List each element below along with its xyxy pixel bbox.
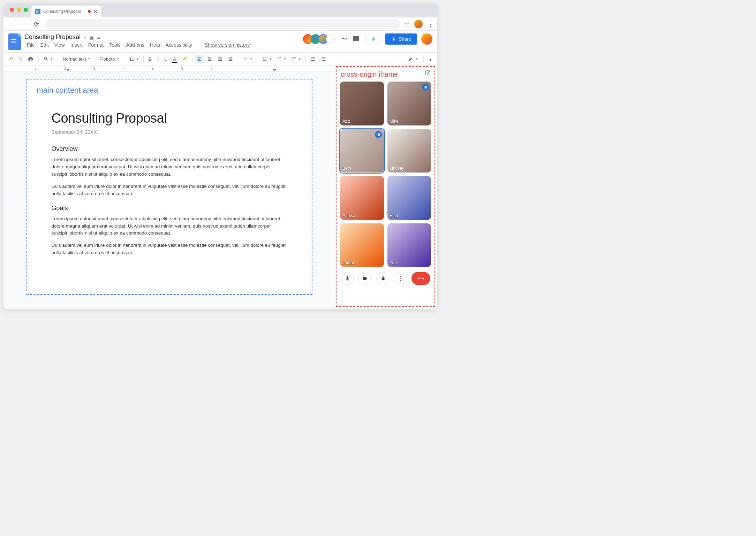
participant-tile[interactable]: Elad bbox=[387, 176, 431, 220]
participant-tile[interactable]: Mike bbox=[387, 82, 431, 125]
section-overview-p2[interactable]: Duis autem vel eum iriure dolor in hendr… bbox=[52, 183, 287, 198]
window-maximize-button[interactable] bbox=[24, 8, 28, 12]
menu-accessibility[interactable]: Accessibility bbox=[163, 41, 195, 48]
docs-logo-icon[interactable] bbox=[8, 33, 21, 50]
hangup-button[interactable] bbox=[411, 272, 430, 285]
svg-rect-0 bbox=[372, 38, 372, 40]
section-goals-p2[interactable]: Duis autem vel eum iriure dolor in hendr… bbox=[52, 242, 287, 256]
browser-window: Consulting Proposal ✕ ← → ⟳ ☆ ⋮ Consulti… bbox=[3, 3, 437, 309]
menu-insert[interactable]: Insert bbox=[68, 41, 85, 48]
ruler-tick: 3 bbox=[93, 67, 123, 70]
menu-tools[interactable]: Tools bbox=[107, 41, 123, 48]
section-overview-p1[interactable]: Lorem ipsum dolor sit amet, consectetuer… bbox=[52, 156, 287, 178]
activity-icon[interactable]: 〜 bbox=[340, 35, 348, 43]
svg-rect-2 bbox=[374, 38, 375, 40]
document-heading[interactable]: Consulting Proposal bbox=[52, 111, 287, 126]
italic-button[interactable]: I bbox=[155, 55, 161, 63]
increase-indent-button[interactable] bbox=[319, 55, 328, 63]
decrease-indent-button[interactable] bbox=[309, 55, 318, 63]
menu-edit[interactable]: Edit bbox=[38, 41, 51, 48]
participant-name: Annika bbox=[342, 213, 355, 218]
undo-button[interactable]: ↶ bbox=[7, 55, 15, 63]
underline-button[interactable]: U bbox=[162, 55, 169, 63]
align-justify-button[interactable] bbox=[226, 55, 235, 63]
print-button[interactable] bbox=[26, 55, 36, 63]
window-minimize-button[interactable] bbox=[17, 8, 21, 12]
browser-address-bar[interactable] bbox=[45, 19, 400, 29]
menu-format[interactable]: Format bbox=[86, 41, 106, 48]
participant-tile[interactable]: Aziz bbox=[340, 82, 384, 125]
document-date[interactable]: September 04, 20XX bbox=[52, 129, 287, 135]
menu-addons[interactable]: Add-ons bbox=[124, 41, 147, 48]
bookmark-star-icon[interactable]: ☆ bbox=[405, 21, 409, 27]
menu-help[interactable]: Help bbox=[148, 41, 162, 48]
section-goals-p1[interactable]: Lorem ipsum dolor sit amet, consectetuer… bbox=[52, 215, 287, 237]
ruler-tick: 6 bbox=[181, 67, 211, 70]
tab-close-button[interactable]: ✕ bbox=[93, 9, 98, 14]
annotation-iframe: cross-origin iframe bbox=[340, 69, 431, 82]
checklist-button[interactable] bbox=[260, 55, 273, 63]
move-document-icon[interactable]: ▣ bbox=[89, 35, 94, 40]
comments-icon[interactable] bbox=[353, 36, 361, 43]
participant-tile[interactable]: Lindsay bbox=[387, 129, 431, 173]
browser-tab[interactable]: Consulting Proposal ✕ bbox=[31, 6, 101, 17]
align-center-button[interactable] bbox=[205, 55, 214, 63]
browser-back-button[interactable]: ← bbox=[7, 20, 15, 28]
browser-forward-button[interactable]: → bbox=[20, 20, 28, 28]
browser-profile-avatar[interactable] bbox=[414, 20, 423, 28]
browser-toolbar: ← → ⟳ ☆ ⋮ bbox=[3, 17, 437, 31]
participant-name: Mike bbox=[390, 119, 399, 124]
section-goals-title[interactable]: Goals bbox=[52, 205, 287, 212]
raise-hand-button[interactable] bbox=[376, 272, 390, 285]
collaborator-avatars[interactable]: ⋯ bbox=[305, 34, 336, 44]
ruler-tick: 1 bbox=[35, 67, 64, 70]
font-size-dropdown[interactable]: 11 bbox=[127, 55, 140, 63]
participant-tile[interactable]: Jordan bbox=[340, 223, 384, 267]
participant-name: Lindsay bbox=[390, 166, 404, 171]
bold-button[interactable]: B bbox=[146, 55, 154, 63]
star-document-icon[interactable]: ☆ bbox=[83, 35, 87, 40]
browser-reload-button[interactable]: ⟳ bbox=[32, 20, 40, 28]
window-controls bbox=[6, 3, 31, 16]
meet-header-button[interactable] bbox=[365, 34, 381, 44]
text-color-button[interactable]: A bbox=[171, 55, 178, 63]
participant-tile[interactable]: Beth bbox=[340, 129, 384, 173]
menu-view[interactable]: View bbox=[52, 41, 67, 48]
hide-menus-button[interactable]: ▴ bbox=[427, 55, 434, 63]
share-button-label: Share bbox=[399, 36, 411, 42]
numbered-list-button[interactable]: 123 bbox=[289, 55, 303, 63]
popout-icon[interactable] bbox=[425, 70, 431, 76]
redo-button[interactable]: ↷ bbox=[16, 55, 24, 63]
line-spacing-button[interactable] bbox=[241, 55, 254, 63]
more-options-button[interactable]: ⋮ bbox=[394, 272, 407, 285]
collaborator-overflow[interactable]: ⋯ bbox=[326, 34, 336, 44]
section-overview-title[interactable]: Overview bbox=[52, 145, 287, 153]
participant-tile[interactable]: Annika bbox=[340, 176, 384, 220]
participant-tile[interactable]: You bbox=[387, 223, 431, 267]
ruler-tick: 7 bbox=[211, 67, 240, 70]
recording-indicator-icon bbox=[88, 10, 91, 13]
account-avatar[interactable] bbox=[421, 33, 432, 45]
highlight-button[interactable] bbox=[180, 55, 189, 63]
version-history-link[interactable]: Show version history bbox=[202, 41, 252, 48]
mute-mic-button[interactable] bbox=[341, 272, 354, 285]
editing-mode-button[interactable] bbox=[406, 55, 420, 63]
document-title[interactable]: Consulting Proposal bbox=[24, 33, 81, 41]
participant-name: Jordan bbox=[342, 260, 355, 265]
align-right-button[interactable] bbox=[216, 55, 225, 63]
menu-file[interactable]: File bbox=[24, 41, 37, 48]
share-button[interactable]: Share bbox=[385, 33, 417, 45]
horizontal-ruler[interactable]: 1 2 3 4 5 6 7 bbox=[3, 66, 335, 72]
toggle-camera-button[interactable] bbox=[358, 272, 372, 285]
zoom-dropdown[interactable] bbox=[41, 55, 55, 63]
meet-controls: ⋮ bbox=[340, 272, 431, 285]
paragraph-style-dropdown[interactable]: Normal text bbox=[61, 55, 92, 63]
font-family-dropdown[interactable]: Roboto bbox=[98, 55, 121, 63]
window-close-button[interactable] bbox=[10, 8, 14, 12]
align-left-button[interactable] bbox=[195, 55, 204, 63]
right-margin-marker-icon[interactable] bbox=[273, 69, 276, 71]
document-page[interactable]: main content area Consulting Proposal Se… bbox=[27, 79, 312, 295]
cloud-status-icon[interactable]: ☁ bbox=[96, 35, 101, 40]
bulleted-list-button[interactable] bbox=[275, 55, 288, 63]
browser-menu-button[interactable]: ⋮ bbox=[428, 20, 434, 28]
